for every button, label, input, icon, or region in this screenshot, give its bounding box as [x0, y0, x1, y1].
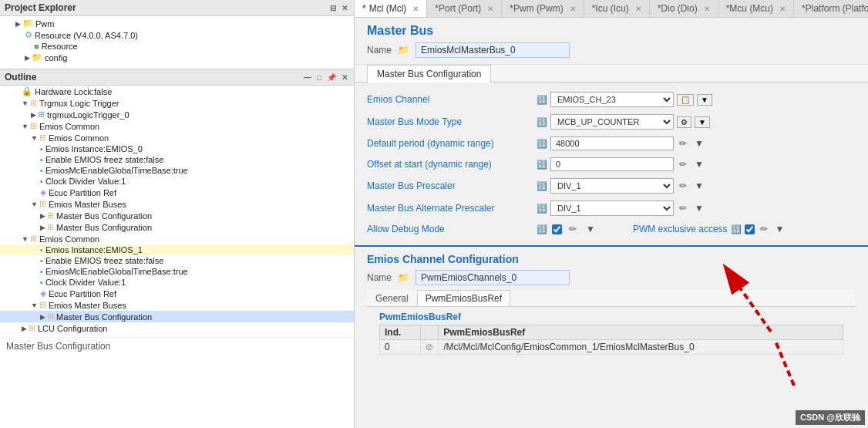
tree-label: EmiosMclEnableGlobalTimeBase:true — [45, 166, 188, 175]
emios-channel-select[interactable]: EMIOS_CH_23 — [550, 92, 674, 107]
tree-item-emios-freez-1[interactable]: ▪ Enable EMIOS freez state:false — [0, 255, 354, 266]
default-period-edit-btn[interactable]: ✏ — [677, 137, 689, 150]
tree-label: Ecuc Partition Ref — [49, 289, 116, 298]
tab-platform[interactable]: *Platform (Platform ✕ — [794, 0, 868, 17]
offset-more-btn[interactable]: ▼ — [692, 158, 706, 170]
sub-tab-pwm-emios-bus-ref[interactable]: PwmEmiosBusRef — [417, 290, 510, 306]
outline-header: Outline — □ 📌 ✕ — [0, 69, 354, 86]
form-row-mode-type: Master Bus Mode Type 🔢 MCB_UP_COUNTER ⚙ … — [367, 111, 856, 133]
tree-item-pwm[interactable]: ▶ 📁 Pwm — [3, 18, 351, 29]
bus-icon: ⊞ — [39, 199, 46, 209]
tree-item-emios-global-timebase[interactable]: ▪ EmiosMclEnableGlobalTimeBase:true — [0, 165, 354, 176]
tree-item-emios-global-timebase-1[interactable]: ▪ EmiosMclEnableGlobalTimeBase:true — [0, 266, 354, 277]
tree-item-master-config-selected[interactable]: ▶ ⊞ Master Bus Configuration — [0, 311, 354, 322]
tree-item-trgmux[interactable]: ▼ ⊞ Trgmux Logic Trigger — [0, 97, 354, 109]
tab-close-icon[interactable]: ✕ — [704, 5, 710, 13]
tree-item-master-config-1[interactable]: ▶ ⊞ Master Bus Configuration — [0, 210, 354, 221]
tree-item-emios-common[interactable]: ▼ ⊞ Emios Common — [0, 120, 354, 132]
tab-label: *Icu (Icu) — [592, 3, 629, 14]
tab-dio[interactable]: *Dio (Dio) ✕ — [650, 0, 718, 17]
pwm-exclusive-edit-btn[interactable]: ✏ — [758, 223, 770, 235]
tab-close-icon[interactable]: ✕ — [635, 5, 641, 13]
tree-label: Enable EMIOS freez state:false — [45, 256, 163, 265]
tree-item-emios-freez[interactable]: ▪ Enable EMIOS freez state:false — [0, 154, 354, 165]
tree-item-hardware-lock[interactable]: 🔒 Hardware Lock:false — [0, 86, 354, 97]
mode-type-btn1[interactable]: ⚙ — [677, 116, 691, 128]
tab-close-icon[interactable]: ✕ — [570, 5, 576, 13]
field-icon: 🔢 — [537, 139, 547, 149]
offset-edit-btn[interactable]: ✏ — [677, 158, 689, 170]
default-period-more-btn[interactable]: ▼ — [692, 137, 706, 150]
close-project-icon[interactable]: ✕ — [340, 3, 349, 13]
alt-prescaler-more-btn[interactable]: ▼ — [692, 202, 706, 214]
tree-label: Resource — [42, 42, 78, 51]
form-row-offset: Offset at start (dynamic range) 🔢 ✏ ▼ — [367, 154, 856, 175]
tree-item-clock-divider-1[interactable]: ▪ Clock Divider Value:1 — [0, 277, 354, 288]
sub-tab-general[interactable]: General — [367, 290, 417, 306]
alt-prescaler-select[interactable]: DIV_1 — [550, 201, 674, 216]
tree-item-lcu-config[interactable]: ▶ ⊞ LCU Configuration — [0, 322, 354, 334]
config-tab-master-bus[interactable]: Master Bus Configuration — [367, 65, 491, 83]
master-bus-name-input[interactable] — [415, 42, 570, 58]
form-row-alt-prescaler: Master Bus Alternate Prescaler 🔢 DIV_1 ✏… — [367, 197, 856, 220]
tree-item-emios-instance-0[interactable]: ▪ Emios Instance:EMIOS_0 — [0, 143, 354, 154]
tab-pwm[interactable]: *Pwm (Pwm) ✕ — [502, 0, 584, 17]
mode-type-btn2[interactable]: ▼ — [695, 116, 710, 128]
tab-close-icon[interactable]: ✕ — [412, 5, 419, 13]
tree-item-clock-divider[interactable]: ▪ Clock Divider Value:1 — [0, 176, 354, 187]
tree-item-trgmux-trigger[interactable]: ▶ ⊞ trgmuxLogicTrigger_0 — [0, 109, 354, 120]
sub-tab-pwm-emios-label: PwmEmiosBusRef — [426, 293, 502, 304]
form-row-emios-channel: Emios Channel 🔢 EMIOS_CH_23 📋 ▼ — [367, 89, 856, 111]
debug-mode-edit-btn[interactable]: ✏ — [567, 223, 579, 235]
tree-item-ecuc-partition-ref-1[interactable]: ◈ Ecuc Partition Ref — [0, 288, 354, 299]
tab-port[interactable]: *Port (Port) ✕ — [427, 0, 502, 17]
outline-maximize-icon[interactable]: □ — [315, 72, 323, 83]
debug-mode-more-btn[interactable]: ▼ — [584, 223, 597, 235]
alt-prescaler-edit-btn[interactable]: ✏ — [677, 202, 689, 214]
name-label: Name — [367, 45, 392, 56]
tree-item-config[interactable]: ▶ 📁 config — [3, 52, 351, 63]
collapse-all-icon[interactable]: ⊟ — [328, 3, 338, 13]
tree-item-emios-master-buses-0[interactable]: ▼ ⊞ Emios Master Buses — [0, 198, 354, 210]
field-icon: 🔢 — [537, 204, 547, 214]
emios-channel-btn1[interactable]: 📋 — [677, 94, 694, 106]
default-period-input[interactable] — [550, 136, 674, 150]
config-icon: ⊞ — [47, 222, 54, 232]
tree-item-ecuc-partition-ref-0[interactable]: ◈ Ecuc Partition Ref — [0, 187, 354, 198]
form-row-debug-mode: Allow Debug Mode 🔢 ✏ ▼ PWM exclusive acc… — [367, 220, 856, 239]
tree-item-resource[interactable]: ■ Resource — [3, 41, 351, 52]
tree-item-emios-instance-1[interactable]: ▪ Emios Instance:EMIOS_1 — [0, 244, 354, 255]
tab-icu[interactable]: *Icu (Icu) ✕ — [584, 0, 650, 17]
tab-bar: * Mcl (Mcl) ✕ *Port (Port) ✕ *Pwm (Pwm) … — [355, 0, 868, 18]
config-tab-label: Master Bus Configuration — [377, 69, 481, 79]
tree-item-master-config-2[interactable]: ▶ ⊞ Master Bus Configuration — [0, 221, 354, 233]
tree-item-emios-common-2[interactable]: ▼ ⊞ Emios Common — [0, 132, 354, 143]
field-label-default-period: Default period (dynamic range) — [367, 138, 537, 149]
expand-icon: ▼ — [22, 99, 29, 107]
mode-type-select[interactable]: MCB_UP_COUNTER — [550, 114, 674, 130]
field-label-alt-prescaler: Master Bus Alternate Prescaler — [367, 203, 537, 214]
prescaler-select[interactable]: DIV_1 — [550, 178, 674, 194]
outline-minimize-icon[interactable]: — — [302, 72, 313, 83]
tab-mcu[interactable]: *Mcu (Mcu) ✕ — [718, 0, 794, 17]
tree-item-emios-master-buses-1[interactable]: ▼ ⊞ Emios Master Buses — [0, 299, 354, 311]
tab-close-icon[interactable]: ✕ — [779, 5, 786, 13]
pwm-exclusive-checkbox[interactable] — [745, 224, 755, 234]
tree-item-resource-version[interactable]: ⚙ Resource (V4.0.0, AS4.7.0) — [3, 29, 351, 41]
tree-label: Emios Master Buses — [49, 301, 126, 310]
tab-label: *Port (Port) — [435, 3, 481, 14]
emios-channel-name-input[interactable] — [415, 270, 570, 285]
emios-channel-btn2[interactable]: ▼ — [697, 94, 712, 106]
outline-pin-icon[interactable]: 📌 — [325, 72, 338, 83]
prescaler-more-btn[interactable]: ▼ — [692, 180, 706, 192]
outline-close-icon[interactable]: ✕ — [340, 72, 349, 83]
pwm-exclusive-more-btn[interactable]: ▼ — [773, 223, 787, 235]
config-icon: ⊞ — [47, 211, 54, 221]
tab-mcl[interactable]: * Mcl (Mcl) ✕ — [355, 0, 427, 18]
offset-input[interactable] — [550, 157, 674, 171]
table-row[interactable]: 0 ⊘ /Mcl/Mcl/MclConfig/EmiosCommon_1/Emi… — [380, 340, 843, 355]
tab-close-icon[interactable]: ✕ — [487, 5, 493, 13]
debug-mode-checkbox[interactable] — [552, 224, 562, 234]
tree-item-emios-common-3[interactable]: ▼ ⊞ Emios Common — [0, 233, 354, 244]
prescaler-edit-btn[interactable]: ✏ — [677, 180, 689, 192]
